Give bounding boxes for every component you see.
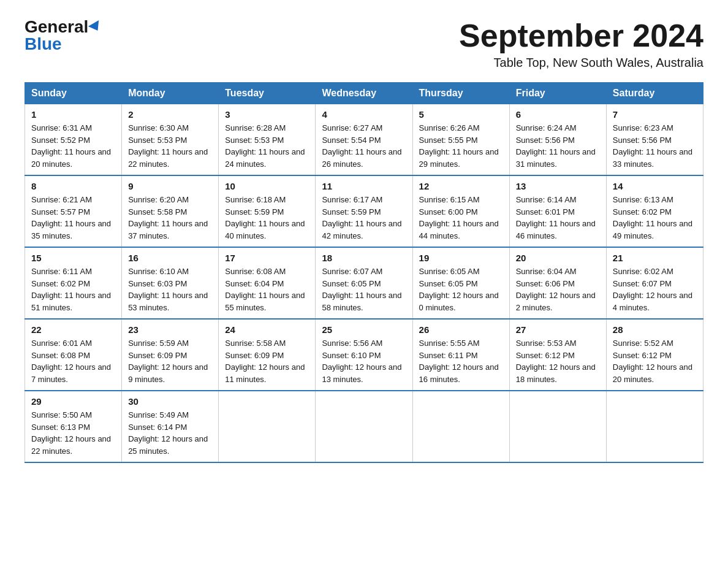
header-friday: Friday	[509, 83, 606, 104]
sunset-label: Sunset: 5:59 PM	[322, 207, 381, 216]
sunrise-label: Sunrise: 6:05 AM	[419, 267, 480, 276]
day-info: Sunrise: 6:05 AM Sunset: 6:05 PM Dayligh…	[419, 266, 503, 313]
month-title: September 2024	[459, 18, 703, 53]
day-number: 7	[613, 109, 697, 120]
header-sunday: Sunday	[25, 83, 122, 104]
days-header-row: Sunday Monday Tuesday Wednesday Thursday…	[25, 83, 703, 104]
daylight-label: Daylight: 11 hours and 29 minutes.	[419, 147, 499, 169]
sunset-label: Sunset: 6:01 PM	[516, 207, 575, 216]
sunrise-label: Sunrise: 6:02 AM	[613, 267, 673, 276]
table-row: 28 Sunrise: 5:52 AM Sunset: 6:12 PM Dayl…	[606, 319, 703, 391]
sunrise-label: Sunrise: 5:52 AM	[613, 339, 673, 348]
sunrise-label: Sunrise: 6:26 AM	[419, 123, 480, 132]
sunrise-label: Sunrise: 6:08 AM	[225, 267, 286, 276]
page-header: General Blue September 2024 Table Top, N…	[25, 18, 703, 70]
day-info: Sunrise: 5:49 AM Sunset: 6:14 PM Dayligh…	[128, 409, 212, 457]
header-thursday: Thursday	[412, 83, 509, 104]
sunset-label: Sunset: 6:11 PM	[419, 351, 478, 360]
logo-blue-text: Blue	[25, 36, 62, 53]
day-info: Sunrise: 5:56 AM Sunset: 6:10 PM Dayligh…	[322, 337, 406, 385]
day-number: 23	[128, 324, 212, 335]
table-row: 18 Sunrise: 6:07 AM Sunset: 6:05 PM Dayl…	[316, 247, 412, 319]
day-info: Sunrise: 6:28 AM Sunset: 5:53 PM Dayligh…	[225, 122, 309, 170]
daylight-label: Daylight: 12 hours and 2 minutes.	[516, 291, 596, 312]
header-monday: Monday	[122, 83, 219, 104]
header-wednesday: Wednesday	[316, 83, 412, 104]
daylight-label: Daylight: 12 hours and 7 minutes.	[31, 362, 111, 384]
day-number: 27	[516, 324, 600, 335]
sunset-label: Sunset: 5:55 PM	[419, 136, 478, 145]
logo-general-text: General	[25, 18, 88, 36]
sunset-label: Sunset: 6:02 PM	[31, 279, 90, 288]
daylight-label: Daylight: 12 hours and 25 minutes.	[128, 434, 208, 456]
day-info: Sunrise: 6:21 AM Sunset: 5:57 PM Dayligh…	[31, 194, 115, 242]
table-row: 12 Sunrise: 6:15 AM Sunset: 6:00 PM Dayl…	[412, 175, 509, 247]
day-info: Sunrise: 6:26 AM Sunset: 5:55 PM Dayligh…	[419, 122, 503, 170]
table-row: 9 Sunrise: 6:20 AM Sunset: 5:58 PM Dayli…	[122, 175, 219, 247]
sunrise-label: Sunrise: 6:11 AM	[31, 267, 92, 276]
day-info: Sunrise: 5:52 AM Sunset: 6:12 PM Dayligh…	[613, 337, 697, 385]
day-info: Sunrise: 6:20 AM Sunset: 5:58 PM Dayligh…	[128, 194, 212, 242]
sunset-label: Sunset: 5:57 PM	[31, 207, 90, 216]
daylight-label: Daylight: 11 hours and 44 minutes.	[419, 219, 499, 240]
daylight-label: Daylight: 11 hours and 20 minutes.	[31, 147, 111, 169]
daylight-label: Daylight: 12 hours and 4 minutes.	[613, 291, 692, 312]
daylight-label: Daylight: 11 hours and 31 minutes.	[516, 147, 596, 169]
calendar-week-row: 8 Sunrise: 6:21 AM Sunset: 5:57 PM Dayli…	[25, 175, 703, 247]
day-info: Sunrise: 6:31 AM Sunset: 5:52 PM Dayligh…	[31, 122, 115, 170]
sunrise-label: Sunrise: 6:04 AM	[516, 267, 577, 276]
sunset-label: Sunset: 5:56 PM	[516, 136, 575, 145]
sunrise-label: Sunrise: 5:53 AM	[516, 339, 577, 348]
table-row: 16 Sunrise: 6:10 AM Sunset: 6:03 PM Dayl…	[122, 247, 219, 319]
day-number: 2	[128, 109, 212, 120]
sunset-label: Sunset: 5:53 PM	[225, 136, 284, 145]
table-row: 1 Sunrise: 6:31 AM Sunset: 5:52 PM Dayli…	[25, 104, 122, 176]
daylight-label: Daylight: 11 hours and 26 minutes.	[322, 147, 401, 169]
table-row: 14 Sunrise: 6:13 AM Sunset: 6:02 PM Dayl…	[606, 175, 703, 247]
daylight-label: Daylight: 12 hours and 0 minutes.	[419, 291, 499, 312]
table-row: 8 Sunrise: 6:21 AM Sunset: 5:57 PM Dayli…	[25, 175, 122, 247]
sunrise-label: Sunrise: 5:50 AM	[31, 410, 92, 419]
sunrise-label: Sunrise: 6:28 AM	[225, 123, 286, 132]
sunrise-label: Sunrise: 6:17 AM	[322, 195, 382, 204]
daylight-label: Daylight: 11 hours and 49 minutes.	[613, 219, 692, 240]
day-info: Sunrise: 6:01 AM Sunset: 6:08 PM Dayligh…	[31, 337, 115, 385]
table-row: 6 Sunrise: 6:24 AM Sunset: 5:56 PM Dayli…	[509, 104, 606, 176]
sunset-label: Sunset: 5:58 PM	[128, 207, 187, 216]
table-row: 19 Sunrise: 6:05 AM Sunset: 6:05 PM Dayl…	[412, 247, 509, 319]
day-number: 1	[31, 109, 115, 120]
logo-arrow-icon	[88, 20, 103, 34]
day-number: 13	[516, 181, 600, 191]
sunset-label: Sunset: 6:09 PM	[128, 351, 187, 360]
table-row: 29 Sunrise: 5:50 AM Sunset: 6:13 PM Dayl…	[25, 391, 122, 462]
table-row: 11 Sunrise: 6:17 AM Sunset: 5:59 PM Dayl…	[316, 175, 412, 247]
day-number: 16	[128, 253, 212, 263]
calendar-week-row: 29 Sunrise: 5:50 AM Sunset: 6:13 PM Dayl…	[25, 391, 703, 462]
day-info: Sunrise: 6:24 AM Sunset: 5:56 PM Dayligh…	[516, 122, 600, 170]
daylight-label: Daylight: 12 hours and 18 minutes.	[516, 362, 596, 384]
day-info: Sunrise: 5:59 AM Sunset: 6:09 PM Dayligh…	[128, 337, 212, 385]
sunset-label: Sunset: 6:14 PM	[128, 423, 187, 432]
day-info: Sunrise: 6:15 AM Sunset: 6:00 PM Dayligh…	[419, 194, 503, 242]
sunset-label: Sunset: 6:07 PM	[613, 279, 672, 288]
day-number: 21	[613, 253, 697, 263]
table-row	[219, 391, 316, 462]
header-tuesday: Tuesday	[219, 83, 316, 104]
calendar-week-row: 1 Sunrise: 6:31 AM Sunset: 5:52 PM Dayli…	[25, 104, 703, 176]
sunrise-label: Sunrise: 6:27 AM	[322, 123, 382, 132]
sunrise-label: Sunrise: 6:23 AM	[613, 123, 673, 132]
day-info: Sunrise: 6:13 AM Sunset: 6:02 PM Dayligh…	[613, 194, 697, 242]
day-info: Sunrise: 6:10 AM Sunset: 6:03 PM Dayligh…	[128, 266, 212, 313]
day-number: 20	[516, 253, 600, 263]
sunset-label: Sunset: 6:03 PM	[128, 279, 187, 288]
day-number: 6	[516, 109, 600, 120]
table-row: 24 Sunrise: 5:58 AM Sunset: 6:09 PM Dayl…	[219, 319, 316, 391]
sunset-label: Sunset: 5:56 PM	[613, 136, 672, 145]
day-number: 26	[419, 324, 503, 335]
sunrise-label: Sunrise: 6:24 AM	[516, 123, 577, 132]
table-row: 4 Sunrise: 6:27 AM Sunset: 5:54 PM Dayli…	[316, 104, 412, 176]
daylight-label: Daylight: 12 hours and 20 minutes.	[613, 362, 692, 384]
day-number: 15	[31, 253, 115, 263]
daylight-label: Daylight: 11 hours and 51 minutes.	[31, 291, 111, 312]
sunset-label: Sunset: 5:59 PM	[225, 207, 284, 216]
